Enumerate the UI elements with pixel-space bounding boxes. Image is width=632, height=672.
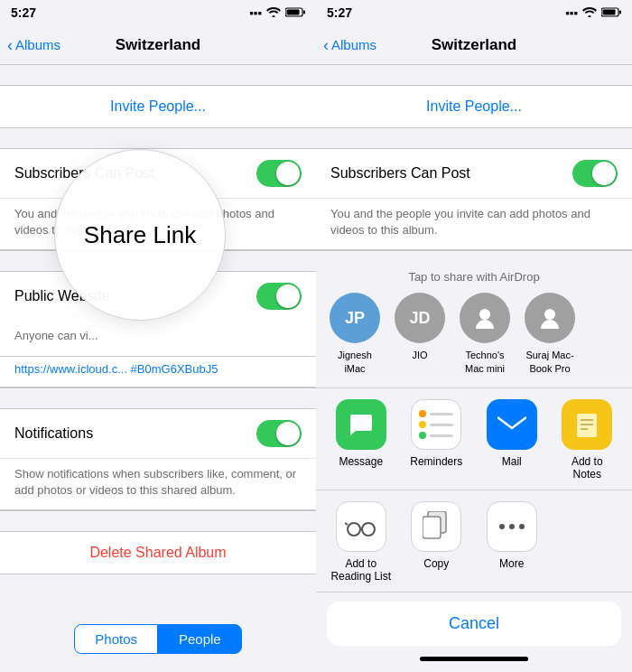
bar-3: [430, 434, 453, 437]
reading-list-icon: [336, 501, 386, 552]
right-gap-2: [316, 128, 632, 148]
airdrop-item-jp[interactable]: JP JigneshiMac: [327, 293, 383, 375]
right-panel: 5:27 ▪▪▪ ‹ Albums Switzerland Invite Peo…: [316, 0, 632, 672]
airdrop-name-jd: JIO: [412, 349, 427, 361]
left-people-tab[interactable]: People: [158, 624, 242, 654]
right-invite-row[interactable]: Invite People...: [316, 86, 632, 127]
mail-label: Mail: [502, 455, 522, 468]
left-notifications-toggle[interactable]: [256, 420, 302, 447]
dot-green: [419, 432, 426, 439]
svg-rect-1: [287, 9, 300, 14]
airdrop-item-suraj[interactable]: Suraj Mac-Book Pro: [522, 293, 578, 375]
actions-row: Add toReading List Copy: [316, 492, 632, 592]
left-subscribers-toggle[interactable]: [256, 160, 302, 187]
reminders-label: Reminders: [410, 455, 462, 468]
wifi-icon: [266, 6, 281, 20]
airdrop-avatar-jd: JD: [395, 293, 445, 343]
left-bottom-tabs: Photos People: [0, 624, 316, 654]
svg-point-13: [348, 523, 360, 536]
action-more[interactable]: More: [481, 501, 543, 583]
left-time: 5:27: [11, 5, 36, 20]
share-link-text: Share Link: [84, 221, 196, 249]
reading-list-label: Add toReading List: [330, 557, 391, 583]
left-anyone-desc: Anyone can vi...: [0, 321, 316, 356]
left-status-icons: ▪▪▪: [249, 6, 305, 20]
notes-icon: [562, 399, 612, 450]
left-notifications-section: Notifications Show notifications when su…: [0, 408, 316, 511]
share-mail[interactable]: Mail: [481, 399, 543, 481]
airdrop-avatar-jp: JP: [330, 293, 380, 343]
reminder-line-3: [419, 432, 453, 439]
divider-2: [316, 490, 632, 490]
airdrop-name-techno: Techno'sMac mini: [465, 349, 505, 375]
dot-3: [519, 524, 525, 529]
share-notes[interactable]: Add to Notes: [556, 399, 618, 481]
battery-icon: [285, 6, 305, 20]
left-notifications-row: Notifications: [0, 409, 316, 459]
more-label: More: [499, 557, 524, 570]
left-notifications-desc: Show notifications when subscribers like…: [0, 459, 316, 510]
svg-rect-8: [497, 414, 526, 435]
svg-rect-4: [603, 9, 616, 14]
right-invite-section: Invite People...: [316, 85, 632, 128]
airdrop-item-techno[interactable]: Techno'sMac mini: [457, 293, 513, 375]
share-message[interactable]: Message: [330, 399, 392, 481]
left-url[interactable]: https://www.icloud.c... #B0mG6XBubJ5: [0, 357, 316, 387]
right-signal-icon: ▪▪▪: [565, 6, 578, 20]
left-photos-tab[interactable]: Photos: [74, 624, 158, 654]
right-subscribers-label: Subscribers Can Post: [330, 165, 470, 182]
dot-2: [509, 524, 515, 529]
svg-point-14: [362, 523, 375, 536]
right-back-label: Albums: [331, 37, 376, 52]
left-invite-section: Invite People...: [0, 85, 316, 128]
share-sheet: Tap to share with AirDrop JP JigneshiMac…: [316, 257, 632, 672]
right-nav-bar: ‹ Albums Switzerland: [316, 25, 632, 65]
dot-orange: [419, 410, 426, 417]
svg-rect-5: [619, 10, 621, 14]
right-subscribers-section: Subscribers Can Post You and the people …: [316, 148, 632, 251]
left-public-toggle[interactable]: [256, 283, 302, 310]
left-delete-row[interactable]: Delete Shared Album: [0, 531, 316, 574]
right-battery-icon: [601, 6, 621, 20]
left-back-label: Albums: [15, 37, 60, 52]
left-nav-bar: ‹ Albums Switzerland: [0, 25, 316, 65]
right-nav-title: Switzerland: [432, 36, 516, 54]
svg-rect-2: [303, 10, 305, 14]
right-wifi-icon: [582, 6, 597, 20]
divider-1: [316, 387, 632, 388]
svg-rect-18: [423, 517, 441, 538]
left-notifications-label: Notifications: [14, 425, 93, 442]
right-back-button[interactable]: ‹ Albums: [323, 37, 376, 53]
cancel-button[interactable]: Cancel: [327, 602, 621, 646]
signal-icon: ▪▪▪: [249, 6, 262, 20]
share-reminders[interactable]: Reminders: [405, 399, 467, 481]
mail-icon: [487, 399, 537, 450]
right-home-indicator: [420, 657, 528, 661]
airdrop-item-jd[interactable]: JD JIO: [392, 293, 448, 375]
message-label: Message: [339, 455, 383, 468]
notes-label: Add to Notes: [556, 455, 618, 481]
action-reading-list[interactable]: Add toReading List: [330, 501, 392, 583]
right-status-bar: 5:27 ▪▪▪: [316, 0, 632, 25]
left-delete-label[interactable]: Delete Shared Album: [89, 545, 226, 560]
message-icon: [336, 399, 386, 450]
right-time: 5:27: [327, 5, 352, 20]
right-gap-1: [316, 65, 632, 85]
left-gap-2: [0, 128, 316, 148]
more-icon-box: [487, 501, 537, 552]
bar-1: [430, 413, 453, 415]
left-invite-row[interactable]: Invite People...: [0, 86, 316, 127]
left-gap-4: [0, 388, 316, 408]
airdrop-label: Tap to share with AirDrop: [316, 257, 632, 293]
left-invite-link[interactable]: Invite People...: [110, 98, 206, 114]
action-copy[interactable]: Copy: [405, 501, 467, 583]
right-invite-link[interactable]: Invite People...: [426, 98, 522, 114]
right-status-icons: ▪▪▪: [565, 6, 621, 20]
copy-icon-box: [411, 501, 461, 552]
left-back-button[interactable]: ‹ Albums: [7, 37, 60, 53]
airdrop-avatar-suraj: [525, 293, 575, 343]
svg-point-6: [479, 309, 490, 320]
left-panel: 5:27 ▪▪▪ ‹ Albums Switzerland Invite Peo…: [0, 0, 316, 672]
left-nav-title: Switzerland: [116, 36, 200, 54]
right-subscribers-toggle[interactable]: [572, 160, 618, 187]
